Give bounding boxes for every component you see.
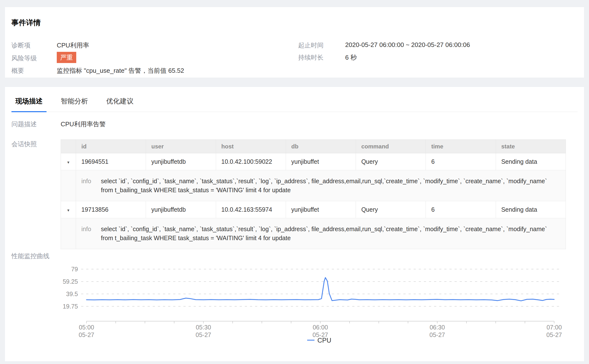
- cell-user: yunjibuffetdb: [146, 201, 216, 218]
- cell-id: 19713856: [76, 201, 146, 218]
- cell-user: yunjibuffetdb: [146, 153, 216, 170]
- column-header-id: id: [76, 140, 146, 153]
- row-info-detail: info select `id`, `config_id`, `task_nam…: [61, 218, 566, 249]
- cell-db: yunjibuffet: [286, 201, 356, 218]
- diagnosis-value: CPU利用率: [57, 41, 89, 50]
- row-info-spacer: [61, 170, 76, 201]
- x-axis-date-label: 05-27: [196, 331, 211, 338]
- time-range-value: 2020-05-27 06:00:00 ~ 2020-05-27 06:00:0…: [345, 41, 470, 49]
- page-title: 事件详情: [11, 18, 41, 28]
- x-axis-date-label: 05-27: [546, 331, 562, 338]
- cell-id: 19694551: [76, 153, 146, 170]
- y-axis-tick-label: 59.25: [63, 278, 78, 285]
- y-axis-tick-label: 39.5: [66, 291, 78, 297]
- tab-bar: 现场描述 智能分析 优化建议: [11, 97, 578, 112]
- column-header-host: host: [216, 140, 286, 153]
- cell-time: 6: [426, 201, 496, 218]
- table-header-row: id user host db command time state: [61, 140, 566, 153]
- column-header-command: command: [356, 140, 426, 153]
- column-header-time: time: [426, 140, 496, 153]
- x-axis-time-label: 05:00: [79, 324, 94, 331]
- x-axis-time-label: 06:30: [430, 324, 445, 331]
- row-info-detail: info select `id`, `config_id`, `task_nam…: [61, 170, 566, 201]
- cell-command: Query: [356, 201, 426, 218]
- x-axis-time-label: 07:00: [547, 324, 562, 331]
- table-row: ▾ 19713856 yunjibuffetdb 10.0.42.163:559…: [61, 201, 566, 218]
- x-axis-time-label: 06:00: [313, 324, 328, 331]
- summary-label: 概要: [11, 66, 24, 75]
- diagnosis-label: 诊断项: [11, 41, 30, 50]
- event-analysis-card: 现场描述 智能分析 优化建议 问题描述 CPU利用率告警 会话快照 id use…: [5, 87, 584, 362]
- cell-db: yunjibuffet: [286, 153, 356, 170]
- sql-text: select `id`, `config_id`, `task_name`, `…: [101, 225, 558, 243]
- summary-value: 监控指标 "cpu_use_rate" 告警，当前值 65.52: [57, 66, 184, 75]
- tab-scene-description[interactable]: 现场描述: [11, 97, 47, 112]
- duration-value: 6 秒: [345, 53, 357, 62]
- table-row: ▾ 19694551 yunjibuffetdb 10.0.42.100:590…: [61, 153, 566, 170]
- x-axis-time-label: 05:30: [196, 324, 211, 331]
- session-snapshot-table: id user host db command time state ▾ 196…: [61, 139, 566, 249]
- y-axis-tick-label: 79: [71, 266, 78, 273]
- problem-description-label: 问题描述: [11, 120, 37, 128]
- sql-text: select `id`, `config_id`, `task_name`, `…: [101, 177, 558, 195]
- info-tag: info: [81, 225, 91, 234]
- risk-level-badge: 严重: [57, 52, 76, 63]
- row-info-cell: info select `id`, `config_id`, `task_nam…: [76, 170, 566, 201]
- risk-level-label: 风险等级: [11, 54, 37, 63]
- row-info-cell: info select `id`, `config_id`, `task_nam…: [76, 218, 566, 249]
- column-header-state: state: [496, 140, 566, 153]
- performance-chart: 7959.2539.519.7505:0005-2705:3005-2706:0…: [5, 257, 584, 361]
- time-range-label: 起止时间: [298, 41, 323, 50]
- cell-command: Query: [356, 153, 426, 170]
- expand-column-header: [61, 140, 76, 153]
- column-header-db: db: [286, 140, 356, 153]
- x-axis-date-label: 05-27: [79, 331, 94, 338]
- cell-state: Sending data: [496, 201, 566, 218]
- cell-state: Sending data: [496, 153, 566, 170]
- session-snapshot-label: 会话快照: [11, 140, 37, 148]
- cell-host: 10.0.42.100:59022: [216, 153, 286, 170]
- info-tag: info: [81, 177, 91, 186]
- column-header-user: user: [146, 140, 216, 153]
- page: { "event_card": { "title": "事件详情", "fiel…: [0, 0, 589, 364]
- x-axis-date-label: 05-27: [429, 331, 445, 338]
- cell-host: 10.0.42.163:55974: [216, 201, 286, 218]
- row-expand-cell: ▾: [61, 153, 76, 170]
- y-axis-tick-label: 19.75: [63, 303, 78, 310]
- series-line-cpu: [86, 278, 554, 301]
- collapse-arrow-icon[interactable]: ▾: [67, 154, 69, 170]
- cell-time: 6: [426, 153, 496, 170]
- legend-label-cpu: CPU: [317, 337, 331, 344]
- event-detail-card: 事件详情 诊断项 CPU利用率 风险等级 严重 概要 监控指标 "cpu_use…: [5, 7, 584, 78]
- problem-description-value: CPU利用率告警: [61, 120, 106, 128]
- duration-label: 持续时长: [298, 53, 323, 62]
- chart-legend[interactable]: CPU: [307, 337, 331, 344]
- tab-optimization-advice[interactable]: 优化建议: [102, 97, 137, 112]
- row-info-spacer: [61, 218, 76, 249]
- tab-smart-analysis[interactable]: 智能分析: [57, 97, 92, 112]
- collapse-arrow-icon[interactable]: ▾: [67, 202, 69, 218]
- row-expand-cell: ▾: [61, 201, 76, 218]
